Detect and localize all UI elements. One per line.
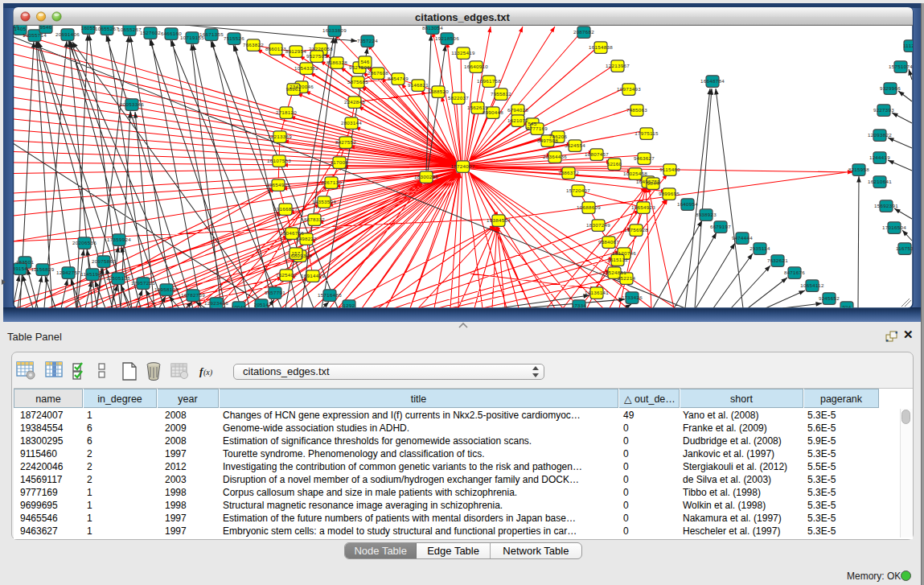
svg-text:10025458: 10025458 [623, 171, 647, 176]
svg-text:23226058: 23226058 [309, 46, 333, 51]
svg-text:8215958: 8215958 [848, 167, 869, 172]
svg-text:3624554: 3624554 [565, 142, 585, 148]
svg-text:1733426: 1733426 [622, 295, 643, 300]
svg-text:16107553: 16107553 [267, 158, 291, 163]
svg-text:9245652: 9245652 [819, 295, 840, 301]
svg-text:8471676: 8471676 [784, 270, 805, 275]
svg-text:98961: 98961 [286, 86, 302, 92]
svg-text:18300295: 18300295 [414, 174, 438, 179]
svg-text:10973493: 10973493 [617, 86, 641, 92]
svg-text:6679197: 6679197 [710, 224, 731, 229]
svg-text:20691406: 20691406 [55, 31, 80, 37]
svg-text:11156829: 11156829 [31, 266, 54, 272]
svg-text:9146821: 9146821 [408, 82, 429, 88]
svg-text:19218506: 19218506 [435, 35, 459, 41]
svg-text:10655267: 10655267 [95, 26, 119, 31]
svg-text:2718120: 2718120 [276, 109, 297, 115]
svg-text:5822037: 5822037 [448, 95, 469, 101]
svg-text:6466160: 6466160 [161, 31, 182, 36]
svg-text:12505135: 12505135 [106, 275, 130, 281]
svg-text:2867608: 2867608 [368, 70, 388, 76]
svg-text:9899695: 9899695 [659, 191, 680, 196]
svg-text:12093822: 12093822 [868, 132, 892, 138]
svg-text:8678332: 8678332 [304, 216, 325, 222]
svg-text:8660123: 8660123 [265, 46, 286, 51]
svg-text:20053346: 20053346 [120, 101, 144, 107]
svg-text:17975115: 17975115 [634, 130, 659, 136]
svg-text:16756928: 16756928 [624, 227, 648, 233]
svg-text:2803144: 2803144 [341, 120, 362, 126]
svg-text:3267130: 3267130 [321, 179, 342, 185]
svg-text:12213369: 12213369 [268, 134, 292, 139]
svg-text:2087682: 2087682 [573, 29, 594, 35]
svg-text:8813054: 8813054 [422, 25, 443, 31]
svg-text:8990448: 8990448 [483, 109, 503, 115]
svg-text:20975867: 20975867 [92, 258, 116, 264]
svg-text:8912954: 8912954 [285, 48, 306, 54]
svg-text:2242848: 2242848 [344, 99, 365, 105]
svg-text:19654925: 19654925 [266, 182, 290, 187]
svg-text:1588520: 1588520 [428, 89, 449, 94]
svg-text:16671355: 16671355 [199, 31, 224, 37]
svg-text:citations_edges.txt: citations_edges.txt [415, 11, 510, 23]
svg-text:9227393: 9227393 [873, 107, 894, 113]
svg-text:10654112: 10654112 [800, 282, 824, 288]
svg-text:16120746: 16120746 [612, 250, 636, 256]
svg-text:9844: 9844 [647, 180, 659, 186]
svg-text:7632621: 7632621 [767, 257, 788, 263]
svg-text:7625402: 7625402 [276, 272, 297, 278]
svg-text:11325419: 11325419 [451, 50, 475, 56]
svg-text:16055: 16055 [81, 25, 97, 31]
svg-text:8938923: 8938923 [696, 212, 717, 217]
svg-text:1405: 1405 [14, 26, 27, 31]
svg-text:14353594: 14353594 [312, 199, 336, 204]
svg-text:16033809: 16033809 [322, 27, 347, 33]
svg-text:20206536: 20206536 [72, 240, 97, 245]
svg-text:9657791: 9657791 [265, 290, 285, 295]
svg-text:16154838: 16154838 [589, 44, 613, 50]
svg-text:1621072: 1621072 [507, 117, 528, 123]
svg-text:12923446: 12923446 [204, 300, 228, 306]
svg-text:17016504: 17016504 [882, 225, 906, 230]
svg-text:10046786: 10046786 [280, 230, 304, 236]
svg-text:16782759: 16782759 [181, 292, 205, 298]
svg-text:9329966: 9329966 [880, 85, 901, 91]
svg-text:9463627: 9463627 [634, 155, 655, 161]
svg-text:252214: 252214 [618, 275, 636, 281]
svg-text:16961758: 16961758 [477, 78, 501, 84]
svg-text:7663822: 7663822 [243, 42, 264, 47]
svg-text:15716485: 15716485 [318, 292, 342, 298]
svg-text:5875685: 5875685 [347, 79, 368, 84]
svg-text:19166827: 19166827 [273, 206, 298, 212]
svg-text:62160: 62160 [607, 161, 622, 167]
svg-text:(x): (x) [203, 368, 213, 377]
svg-text:12942757: 12942757 [56, 270, 80, 275]
svg-text:10688609: 10688609 [577, 204, 601, 210]
svg-text:17334: 17334 [572, 303, 587, 308]
svg-text:11451944: 11451944 [80, 271, 105, 277]
svg-text:20364436: 20364436 [543, 154, 567, 159]
svg-text:7515526: 7515526 [224, 35, 244, 41]
svg-text:6497508: 6497508 [537, 138, 558, 143]
svg-text:7386372: 7386372 [558, 170, 579, 175]
svg-text:10543382: 10543382 [294, 65, 318, 71]
svg-text:1292: 1292 [343, 303, 355, 308]
svg-text:157: 157 [291, 250, 300, 256]
svg-text:10807457: 10807457 [585, 151, 609, 157]
svg-text:15751074: 15751074 [889, 64, 913, 69]
svg-text:7955812: 7955812 [491, 91, 511, 97]
svg-text:12213967: 12213967 [606, 63, 630, 68]
svg-text:16648784: 16648784 [700, 78, 725, 84]
svg-text:10655267: 10655267 [117, 27, 142, 32]
svg-text:2935114: 2935114 [749, 245, 770, 251]
svg-text:5498222: 5498222 [296, 236, 317, 241]
svg-text:20514: 20514 [254, 302, 269, 307]
svg-text:14055714: 14055714 [23, 32, 47, 38]
svg-text:19654923: 19654923 [631, 204, 655, 210]
svg-text:1244419: 1244419 [869, 154, 890, 160]
svg-text:19524851: 19524851 [602, 270, 626, 275]
svg-text:1615132: 1615132 [607, 257, 628, 262]
svg-text:9115460: 9115460 [659, 167, 680, 172]
svg-text:39154: 39154 [13, 266, 28, 271]
svg-text:9527505: 9527505 [306, 53, 327, 59]
